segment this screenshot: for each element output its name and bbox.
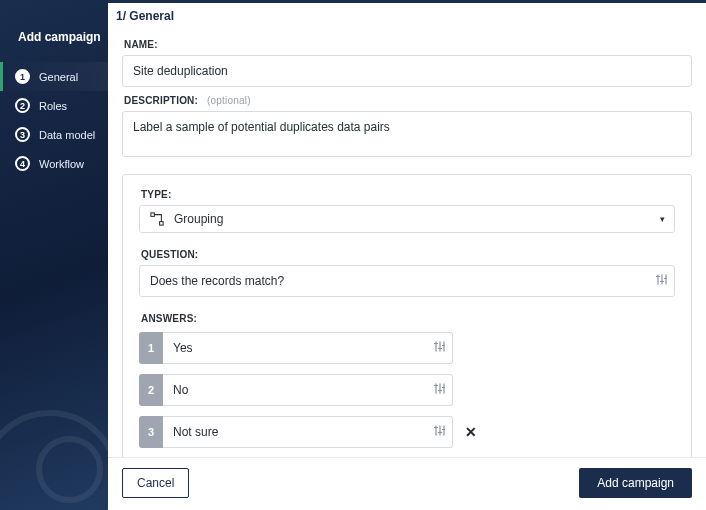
question-input[interactable] xyxy=(139,265,675,297)
sliders-icon[interactable] xyxy=(434,425,445,440)
name-input[interactable] xyxy=(122,55,692,87)
page-content: NAME: DESCRIPTION: (optional) TYPE: xyxy=(108,31,706,457)
submit-button[interactable]: Add campaign xyxy=(579,468,692,498)
answer-number-badge: 3 xyxy=(139,416,163,448)
chevron-down-icon: ▾ xyxy=(660,214,665,224)
question-label: QUESTION: xyxy=(141,249,675,260)
svg-rect-0 xyxy=(151,213,155,217)
sliders-icon[interactable] xyxy=(434,341,445,356)
footer: Cancel Add campaign xyxy=(108,457,706,510)
answer-row: 3✕ xyxy=(139,416,675,448)
step-number-badge: 3 xyxy=(15,127,30,142)
answer-input-wrap xyxy=(163,374,453,406)
sidebar-step-label: Workflow xyxy=(39,158,84,170)
description-optional-hint: (optional) xyxy=(207,95,251,106)
answer-input-wrap xyxy=(163,416,453,448)
description-label: DESCRIPTION: (optional) xyxy=(124,95,692,106)
sidebar-step-general[interactable]: 1General xyxy=(0,62,108,91)
page-title: 1/ General xyxy=(108,3,706,31)
answer-input[interactable] xyxy=(163,416,453,448)
main-panel: 1/ General NAME: DESCRIPTION: (optional)… xyxy=(108,0,706,510)
sidebar-step-label: General xyxy=(39,71,78,83)
grouping-icon xyxy=(150,212,164,226)
type-card: TYPE: Grouping ▾ QUESTION: xyxy=(122,174,692,457)
cancel-button[interactable]: Cancel xyxy=(122,468,189,498)
sidebar-step-roles[interactable]: 2Roles xyxy=(0,91,108,120)
answer-row: 2 xyxy=(139,374,675,406)
answer-input-wrap xyxy=(163,332,453,364)
name-label: NAME: xyxy=(124,39,692,50)
sidebar-step-data-model[interactable]: 3Data model xyxy=(0,120,108,149)
answer-number-badge: 2 xyxy=(139,374,163,406)
remove-answer-button[interactable]: ✕ xyxy=(465,416,477,448)
sidebar-step-label: Roles xyxy=(39,100,67,112)
type-value: Grouping xyxy=(174,212,223,226)
sidebar: Add campaign 1General2Roles3Data model4W… xyxy=(0,0,108,510)
sidebar-step-label: Data model xyxy=(39,129,95,141)
sidebar-title: Add campaign xyxy=(0,30,108,62)
step-number-badge: 1 xyxy=(15,69,30,84)
answer-number-badge: 1 xyxy=(139,332,163,364)
type-label: TYPE: xyxy=(141,189,675,200)
sidebar-decoration xyxy=(0,410,108,510)
answers-label: ANSWERS: xyxy=(141,313,675,324)
sliders-icon[interactable] xyxy=(434,383,445,398)
step-number-badge: 2 xyxy=(15,98,30,113)
step-number-badge: 4 xyxy=(15,156,30,171)
sliders-icon[interactable] xyxy=(656,274,667,289)
answers-list: 123✕ xyxy=(139,332,675,448)
sidebar-step-workflow[interactable]: 4Workflow xyxy=(0,149,108,178)
type-select[interactable]: Grouping xyxy=(139,205,675,233)
answer-row: 1 xyxy=(139,332,675,364)
answer-input[interactable] xyxy=(163,332,453,364)
description-input[interactable] xyxy=(122,111,692,157)
description-label-text: DESCRIPTION: xyxy=(124,95,198,106)
answer-input[interactable] xyxy=(163,374,453,406)
svg-rect-1 xyxy=(160,222,164,226)
